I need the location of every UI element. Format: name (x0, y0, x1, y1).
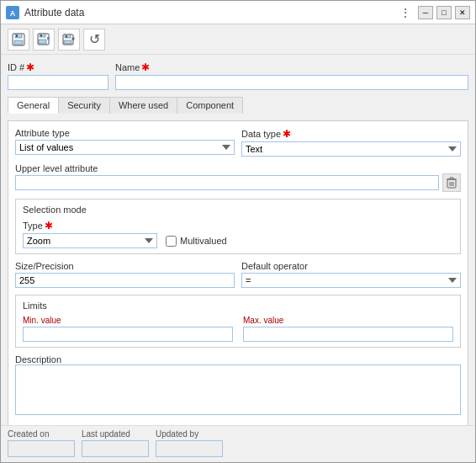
size-precision-label: Size/Precision (15, 261, 235, 271)
description-textarea[interactable] (15, 365, 461, 415)
tab-general[interactable]: General (8, 97, 59, 114)
footer: Created on Last updated Updated by (1, 425, 475, 462)
svg-rect-5 (16, 35, 18, 37)
id-required: ✱ (26, 61, 34, 73)
svg-rect-13 (64, 40, 71, 44)
upper-level-delete-button[interactable] (442, 173, 461, 192)
svg-rect-14 (66, 35, 67, 38)
tab-component[interactable]: Component (177, 97, 243, 114)
svg-rect-4 (14, 40, 23, 45)
description-label: Description (15, 354, 461, 365)
min-value-label: Min. value (23, 316, 233, 325)
attribute-type-field: Attribute type List of values Text Numbe… (15, 128, 235, 157)
minimize-button[interactable]: ─ (418, 6, 433, 19)
max-value-input[interactable] (243, 327, 453, 342)
svg-rect-8 (39, 40, 46, 44)
default-operator-field: Default operator = != > < >= <= (241, 261, 461, 288)
svg-text:A: A (10, 9, 16, 18)
save-button-3[interactable] (58, 29, 80, 51)
tab-content-general: Attribute type List of values Text Numbe… (8, 120, 468, 425)
data-type-required: ✱ (283, 128, 291, 140)
attribute-type-label: Attribute type (15, 128, 235, 138)
data-type-select-wrap: Text Integer Float Date (241, 141, 461, 157)
limits-label: Limits (23, 301, 453, 311)
upper-level-input[interactable] (15, 175, 439, 190)
limits-group: Limits Min. value Max. value (15, 295, 461, 348)
svg-rect-9 (40, 35, 42, 37)
tab-where-used[interactable]: Where used (109, 97, 177, 114)
refresh-button[interactable]: ↺ (83, 29, 105, 51)
type-select-wrap: Zoom List Tree (23, 233, 157, 248)
default-operator-select[interactable]: = != > < >= <= (241, 273, 461, 288)
tab-bar: General Security Where used Component (8, 97, 468, 114)
data-type-label: Data type ✱ (241, 128, 461, 140)
type-selection-row: Type ✱ Zoom List Tree (23, 220, 453, 248)
default-operator-label: Default operator (241, 261, 461, 271)
name-required: ✱ (141, 61, 150, 73)
multivalued-label[interactable]: Multivalued (180, 236, 227, 246)
updated-by-label: Updated by (156, 429, 223, 439)
form-content: ID # ✱ Name ✱ General Security Where use… (1, 55, 475, 425)
title-controls: ⋮ ─ □ ✕ (396, 6, 470, 19)
toolbar: ↺ (1, 24, 475, 55)
name-field-group: Name ✱ (115, 61, 468, 90)
id-label: ID # ✱ (8, 61, 108, 73)
title-bar-left: A Attribute data (6, 6, 84, 19)
upper-level-row (15, 173, 461, 192)
description-area: Description (15, 354, 461, 418)
type-field: Type ✱ Zoom List Tree (23, 220, 157, 248)
type-label: Type ✱ (23, 220, 157, 232)
multivalued-checkbox[interactable] (166, 236, 177, 247)
max-value-field: Max. value (243, 316, 453, 342)
id-field-group: ID # ✱ (8, 61, 108, 90)
id-input[interactable] (8, 75, 108, 90)
multivalued-row: Multivalued (166, 236, 227, 247)
size-precision-field: Size/Precision (15, 261, 235, 288)
limits-row: Min. value Max. value (23, 316, 453, 342)
id-name-row: ID # ✱ Name ✱ (8, 61, 468, 90)
updated-by-field: Updated by (156, 429, 223, 457)
selection-mode-group: Selection mode Type ✱ Zoom List Tree (15, 199, 461, 254)
type-required: ✱ (45, 220, 53, 232)
min-value-input[interactable] (23, 327, 233, 342)
last-updated-input (82, 440, 149, 457)
attribute-type-select-wrap: List of values Text Number Date Boolean (15, 140, 235, 155)
last-updated-field: Last updated (82, 429, 149, 457)
title-bar: A Attribute data ⋮ ─ □ ✕ (1, 1, 475, 24)
save-button-2[interactable] (33, 29, 55, 51)
window-title: Attribute data (24, 7, 84, 19)
last-updated-label: Last updated (82, 429, 149, 439)
main-window: A Attribute data ⋮ ─ □ ✕ (0, 0, 476, 463)
tab-security[interactable]: Security (58, 97, 110, 114)
menu-dots[interactable]: ⋮ (396, 6, 415, 19)
save-button-1[interactable] (8, 29, 29, 51)
upper-level-section: Upper level attribute (15, 163, 461, 192)
created-on-input (8, 440, 75, 457)
created-on-label: Created on (8, 429, 75, 439)
size-operator-row: Size/Precision Default operator = != > <… (15, 261, 461, 288)
updated-by-input (156, 440, 223, 457)
size-precision-input[interactable] (15, 273, 235, 288)
close-button[interactable]: ✕ (455, 6, 470, 19)
type-row: Attribute type List of values Text Numbe… (15, 128, 461, 157)
app-icon: A (6, 6, 19, 19)
selection-mode-label: Selection mode (23, 205, 453, 215)
name-input[interactable] (115, 75, 468, 90)
attribute-type-select[interactable]: List of values Text Number Date Boolean (15, 140, 235, 155)
type-select[interactable]: Zoom List Tree (23, 233, 157, 248)
data-type-select[interactable]: Text Integer Float Date (241, 141, 461, 157)
default-operator-select-wrap: = != > < >= <= (241, 273, 461, 288)
min-value-field: Min. value (23, 316, 233, 342)
svg-rect-10 (47, 37, 50, 40)
upper-level-label: Upper level attribute (15, 163, 461, 173)
data-type-field: Data type ✱ Text Integer Float Date (241, 128, 461, 157)
name-label: Name ✱ (115, 61, 468, 73)
max-value-label: Max. value (243, 316, 453, 325)
maximize-button[interactable]: □ (436, 6, 452, 19)
created-on-field: Created on (8, 429, 75, 457)
